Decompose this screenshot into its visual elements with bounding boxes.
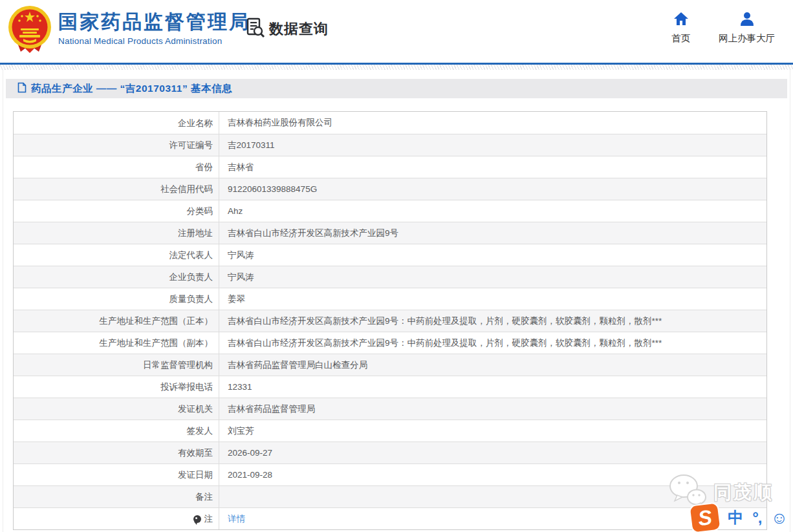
row-label: 分类码 <box>14 200 219 222</box>
row-value: 吉20170311 <box>219 134 766 156</box>
row-label: 生产地址和生产范围（副本） <box>14 332 219 354</box>
row-value: 吉林春柏药业股份有限公司 <box>219 112 766 134</box>
page-icon <box>17 82 27 96</box>
table-row: 企业名称吉林春柏药业股份有限公司 <box>14 112 766 134</box>
row-label: 签发人 <box>14 420 219 442</box>
nav-item-label: 首页 <box>671 32 690 45</box>
row-label: 注册地址 <box>14 222 219 244</box>
row-label: 注 <box>14 508 219 529</box>
row-value: 吉林省药品监督管理局白山检查分局 <box>219 354 766 376</box>
row-value: 91220601339888475G <box>219 178 766 200</box>
row-value: 吉林省 <box>219 156 766 178</box>
home-icon <box>673 12 689 28</box>
nav-item-service-hall[interactable]: 网上办事大厅 <box>719 12 775 45</box>
ime-status-bar: S 中 °, ☺ <box>691 505 788 531</box>
table-row: 省份吉林省 <box>14 156 766 178</box>
row-label: 日常监督管理机构 <box>14 354 219 376</box>
row-label: 质量负责人 <box>14 288 219 310</box>
table-row: 生产地址和生产范围（正本）吉林省白山市经济开发区高新技术产业园9号：中药前处理及… <box>14 310 766 332</box>
row-label: 企业负责人 <box>14 266 219 288</box>
table-row: 许可证编号吉20170311 <box>14 134 766 156</box>
page: 国家药品监督管理局 National Medical Products Admi… <box>0 0 793 532</box>
hatch-stripe-band <box>0 65 793 70</box>
nav-item-label: 网上办事大厅 <box>719 32 775 45</box>
row-value: 宁风涛 <box>219 266 766 288</box>
data-query-label: 数据查询 <box>269 19 329 39</box>
ime-language-toggle[interactable]: 中 <box>728 507 743 528</box>
info-table: 企业名称吉林春柏药业股份有限公司许可证编号吉20170311省份吉林省社会信用代… <box>13 111 767 530</box>
row-value: 12331 <box>219 376 766 398</box>
row-value: 吉林省白山市经济开发区高新技术产业园9号：中药前处理及提取，片剂，硬胶囊剂，软胶… <box>219 310 766 332</box>
table-row: 有效期至2026-09-27 <box>14 442 766 463</box>
nav-item-home[interactable]: 首页 <box>671 12 690 45</box>
row-label: 备注 <box>14 486 219 507</box>
table-row: 分类码Ahz <box>14 200 766 222</box>
page-title: 药品生产企业 —— “吉20170311” 基本信息 <box>31 82 232 96</box>
row-value: 吉林省白山市经济开发区高新技术产业园9号：中药前处理及提取，片剂，硬胶囊剂，软胶… <box>219 332 766 354</box>
table-row: 投诉举报电话12331 <box>14 376 766 398</box>
row-value: Ahz <box>219 200 766 222</box>
detail-link[interactable]: 详情 <box>228 514 245 524</box>
row-value: 宁风涛 <box>219 244 766 266</box>
document-search-icon <box>246 17 265 41</box>
row-label: 许可证编号 <box>14 134 219 156</box>
site-header: 国家药品监督管理局 National Medical Products Admi… <box>0 0 793 63</box>
row-value: 详情 <box>219 508 766 529</box>
table-row: 社会信用代码91220601339888475G <box>14 178 766 200</box>
table-row: 发证日期2021-09-28 <box>14 463 766 485</box>
content-panel: 药品生产企业 —— “吉20170311” 基本信息 企业名称吉林春柏药业股份有… <box>3 70 790 532</box>
row-label: 发证机关 <box>14 398 219 420</box>
table-row: 法定代表人宁风涛 <box>14 244 766 266</box>
row-value <box>219 486 766 507</box>
row-label: 发证日期 <box>14 464 219 485</box>
table-row: 生产地址和生产范围（副本）吉林省白山市经济开发区高新技术产业园9号：中药前处理及… <box>14 332 766 354</box>
site-title-cn: 国家药品监督管理局 <box>58 10 250 34</box>
row-value: 2026-09-27 <box>219 442 766 463</box>
ime-punctuation-toggle[interactable]: °, <box>752 509 761 527</box>
row-label: 企业名称 <box>14 112 219 134</box>
table-row: 企业负责人宁风涛 <box>14 266 766 288</box>
page-heading-bar: 药品生产企业 —— “吉20170311” 基本信息 <box>6 79 787 98</box>
top-nav: 首页 网上办事大厅 <box>671 12 775 45</box>
balloon-icon <box>193 515 201 523</box>
site-title-en: National Medical Products Administration <box>58 36 250 46</box>
row-value: 姜翠 <box>219 288 766 310</box>
person-icon <box>739 12 755 28</box>
row-value: 吉林省药品监督管理局 <box>219 398 766 420</box>
table-row: 备注 <box>14 485 766 507</box>
ime-emoji-icon[interactable]: ☺ <box>770 509 788 526</box>
row-value: 吉林省白山市经济开发区高新技术产业园9号 <box>219 222 766 244</box>
row-label: 生产地址和生产范围（正本） <box>14 310 219 332</box>
row-label: 社会信用代码 <box>14 178 219 200</box>
row-label: 法定代表人 <box>14 244 219 266</box>
table-row: 发证机关吉林省药品监督管理局 <box>14 398 766 420</box>
row-value: 刘宝芳 <box>219 420 766 442</box>
row-label: 投诉举报电话 <box>14 376 219 398</box>
site-brand: 国家药品监督管理局 National Medical Products Admi… <box>58 10 250 46</box>
sogou-ime-icon[interactable]: S <box>690 504 721 532</box>
table-row: 日常监督管理机构吉林省药品监督管理局白山检查分局 <box>14 354 766 376</box>
row-label: 有效期至 <box>14 442 219 463</box>
table-row: 签发人刘宝芳 <box>14 420 766 442</box>
table-row: 注详情 <box>14 507 766 529</box>
national-emblem-logo <box>8 5 52 54</box>
data-query-header: 数据查询 <box>246 17 329 41</box>
row-label: 省份 <box>14 156 219 178</box>
row-value: 2021-09-28 <box>219 464 766 485</box>
table-row: 质量负责人姜翠 <box>14 288 766 310</box>
table-row: 注册地址吉林省白山市经济开发区高新技术产业园9号 <box>14 222 766 244</box>
